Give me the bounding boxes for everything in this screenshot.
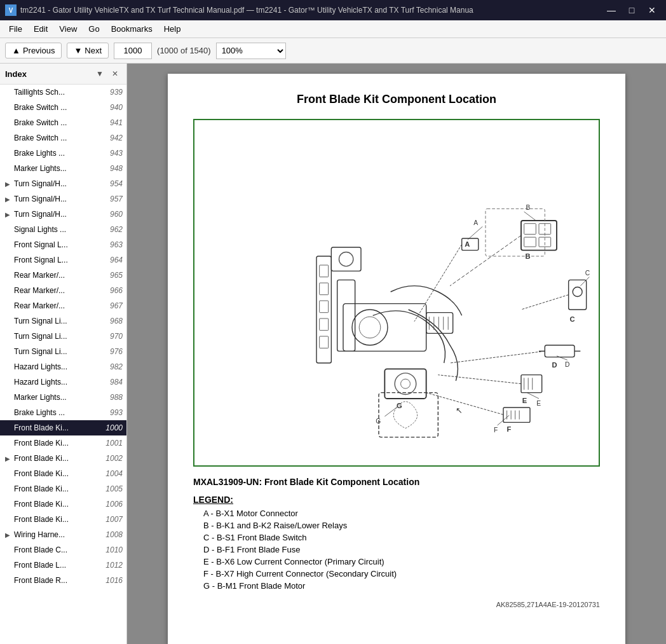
sidebar-item-31[interactable]: Front Blade L...1012 — [0, 558, 126, 573]
page-num-24: 1002 — [105, 454, 123, 463]
diagram-svg: A B C — [201, 127, 592, 457]
page-num-18: 982 — [110, 362, 123, 371]
page-input[interactable] — [114, 43, 152, 59]
item-label-27: Front Blade Ki... — [14, 500, 103, 509]
svg-text:E: E — [522, 397, 527, 404]
sidebar-item-23[interactable]: Front Blade Ki...1001 — [0, 435, 126, 451]
item-label-4: Brake Lights ... — [14, 149, 107, 158]
sidebar-item-25[interactable]: Front Blade Ki...1004 — [0, 466, 126, 481]
app-icon: V — [5, 4, 17, 16]
minimize-button[interactable]: — — [602, 4, 620, 17]
menu-file[interactable]: File — [4, 22, 27, 36]
sidebar-item-15[interactable]: Turn Signal Li...968 — [0, 313, 126, 329]
page-num-26: 1005 — [105, 484, 123, 493]
sidebar-item-19[interactable]: Hazard Lights...984 — [0, 374, 126, 390]
pdf-area[interactable]: Front Blade Kit Component Location — [127, 64, 666, 644]
item-label-29: Wiring Harne... — [14, 530, 103, 539]
next-button[interactable]: ▼ Next — [67, 43, 109, 58]
sidebar-item-22[interactable]: Front Blade Ki...1000 — [0, 420, 126, 435]
page-num-9: 962 — [110, 225, 123, 234]
page-num-0: 939 — [110, 88, 123, 97]
expand-arrow-8: ▶ — [5, 211, 14, 218]
item-label-6: Turn Signal/H... — [14, 179, 107, 188]
sidebar-item-18[interactable]: Hazard Lights...982 — [0, 359, 126, 374]
item-label-22: Front Blade Ki... — [14, 423, 103, 432]
sidebar-item-13[interactable]: Rear Marker/...966 — [0, 283, 126, 298]
sidebar-item-0[interactable]: Taillights Sch...939 — [0, 85, 126, 100]
sidebar-item-27[interactable]: Front Blade Ki...1006 — [0, 497, 126, 512]
sidebar-item-24[interactable]: ▶Front Blade Ki...1002 — [0, 451, 126, 466]
legend-item-a: A - B-X1 Motor Connector — [193, 509, 600, 518]
sidebar-item-26[interactable]: Front Blade Ki...1005 — [0, 481, 126, 497]
sidebar-item-3[interactable]: Brake Switch ...942 — [0, 130, 126, 146]
legend-section: LEGEND: A - B-X1 Motor Connector B - B-K… — [193, 495, 600, 591]
sidebar-item-2[interactable]: Brake Switch ...941 — [0, 115, 126, 130]
svg-text:D: D — [565, 361, 569, 368]
mxal-title: MXAL31909-UN: Front Blade Kit Component … — [193, 477, 600, 487]
menu-bookmarks[interactable]: Bookmarks — [106, 22, 158, 36]
item-label-11: Front Signal L... — [14, 256, 107, 264]
sidebar-item-6[interactable]: ▶Turn Signal/H...954 — [0, 176, 126, 191]
sidebar: Index ▼ ✕ Taillights Sch...939Brake Swit… — [0, 64, 127, 644]
sidebar-close-button[interactable]: ✕ — [109, 67, 121, 80]
next-label: Next — [85, 46, 102, 55]
page-num-20: 988 — [110, 393, 123, 402]
item-label-7: Turn Signal/H... — [14, 195, 107, 203]
item-label-30: Front Blade C... — [14, 545, 103, 554]
sidebar-item-7[interactable]: ▶Turn Signal/H...957 — [0, 191, 126, 207]
sidebar-item-9[interactable]: Signal Lights ...962 — [0, 222, 126, 237]
sidebar-list: Taillights Sch...939Brake Switch ...940B… — [0, 85, 126, 644]
sidebar-item-16[interactable]: Turn Signal Li...970 — [0, 329, 126, 344]
item-label-2: Brake Switch ... — [14, 118, 107, 127]
item-label-16: Turn Signal Li... — [14, 332, 107, 341]
main-area: Index ▼ ✕ Taillights Sch...939Brake Swit… — [0, 64, 666, 644]
menu-edit[interactable]: Edit — [29, 22, 53, 36]
item-label-0: Taillights Sch... — [14, 88, 107, 97]
sidebar-item-32[interactable]: Front Blade R...1016 — [0, 573, 126, 588]
page-info: (1000 of 1540) — [157, 46, 211, 55]
item-label-28: Front Blade Ki... — [14, 515, 103, 524]
sidebar-item-4[interactable]: Brake Lights ...943 — [0, 146, 126, 161]
menu-view[interactable]: View — [54, 22, 82, 36]
sidebar-item-20[interactable]: Marker Lights...988 — [0, 390, 126, 405]
item-label-1: Brake Switch ... — [14, 103, 107, 112]
sidebar-collapse-button[interactable]: ▼ — [93, 67, 106, 80]
close-button[interactable]: ✕ — [643, 4, 661, 17]
legend-item-c: C - B-S1 Front Blade Switch — [193, 533, 600, 542]
page-num-19: 984 — [110, 378, 123, 387]
sidebar-item-1[interactable]: Brake Switch ...940 — [0, 100, 126, 115]
page-num-13: 966 — [110, 286, 123, 295]
sidebar-item-10[interactable]: Front Signal L...963 — [0, 237, 126, 252]
sidebar-item-8[interactable]: ▶Turn Signal/H...960 — [0, 207, 126, 222]
sidebar-item-30[interactable]: Front Blade C...1010 — [0, 542, 126, 558]
item-label-25: Front Blade Ki... — [14, 469, 103, 478]
sidebar-item-11[interactable]: Front Signal L...964 — [0, 252, 126, 268]
item-label-21: Brake Lights ... — [14, 408, 107, 417]
maximize-button[interactable]: □ — [623, 4, 641, 17]
title-bar-left: V tm2241 - Gator Utility VehicleTX and T… — [5, 4, 473, 16]
svg-rect-0 — [201, 137, 592, 446]
zoom-select[interactable]: 50% 75% 100% 125% 150% 200% — [216, 43, 286, 59]
item-label-18: Hazard Lights... — [14, 362, 107, 371]
prev-button[interactable]: ▲ Previous — [5, 43, 62, 58]
page-num-30: 1010 — [105, 545, 123, 554]
sidebar-item-17[interactable]: Turn Signal Li...976 — [0, 344, 126, 359]
page-num-6: 954 — [110, 179, 123, 188]
page-num-8: 960 — [110, 210, 123, 219]
sidebar-item-12[interactable]: Rear Marker/...965 — [0, 268, 126, 283]
page-num-21: 993 — [110, 408, 123, 417]
item-label-10: Front Signal L... — [14, 240, 107, 249]
svg-text:G: G — [376, 418, 381, 425]
next-arrow-icon: ▼ — [74, 46, 82, 55]
sidebar-header: Index ▼ ✕ — [0, 64, 126, 85]
expand-arrow-6: ▶ — [5, 181, 14, 188]
page-num-22: 1000 — [105, 423, 123, 432]
menu-help[interactable]: Help — [159, 22, 186, 36]
menu-go[interactable]: Go — [83, 22, 104, 36]
sidebar-item-29[interactable]: ▶Wiring Harne...1008 — [0, 527, 126, 542]
legend-title: LEGEND: — [193, 495, 600, 505]
sidebar-item-5[interactable]: Marker Lights...948 — [0, 161, 126, 176]
sidebar-item-14[interactable]: Rear Marker/...967 — [0, 298, 126, 313]
sidebar-item-28[interactable]: Front Blade Ki...1007 — [0, 512, 126, 527]
sidebar-item-21[interactable]: Brake Lights ...993 — [0, 405, 126, 420]
